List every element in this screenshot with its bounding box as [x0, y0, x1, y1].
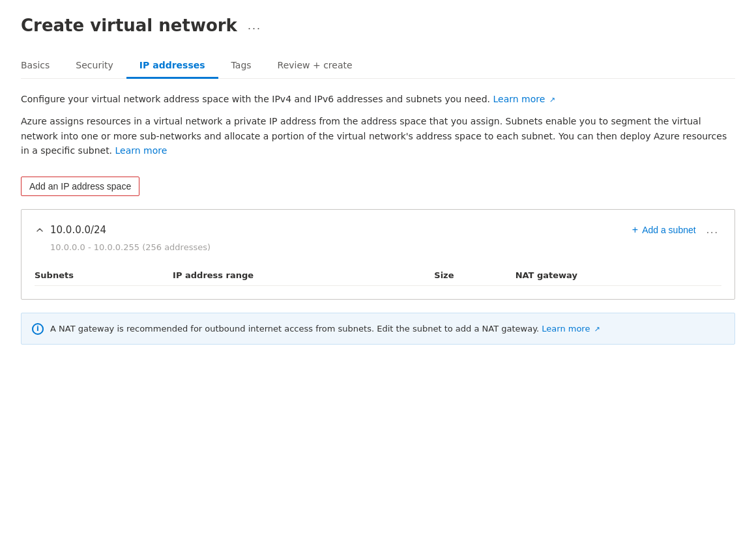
ip-space-header: 10.0.0.0/24 + Add a subnet ... — [35, 223, 721, 237]
ip-space-container: 10.0.0.0/24 + Add a subnet ... 10.0.0.0 … — [21, 209, 735, 300]
info-learn-more-link[interactable]: Learn more ↗ — [542, 324, 600, 334]
plus-icon: + — [632, 224, 638, 236]
add-subnet-button[interactable]: + Add a subnet — [632, 224, 696, 236]
col-header-ip-range: IP address range — [173, 265, 434, 286]
ip-space-actions: + Add a subnet ... — [632, 223, 721, 237]
tabs-nav: Basics Security IP addresses Tags Review… — [21, 53, 735, 79]
col-header-size: Size — [434, 265, 515, 286]
add-subnet-label: Add a subnet — [642, 225, 696, 235]
description-1: Configure your virtual network address s… — [21, 92, 735, 106]
add-ip-address-space-button[interactable]: Add an IP address space — [21, 177, 139, 196]
more-options-button[interactable]: ... — [244, 18, 265, 34]
tab-review-create[interactable]: Review + create — [265, 53, 366, 79]
tab-security[interactable]: Security — [63, 53, 126, 79]
external-link-icon-2: ↗ — [594, 324, 600, 335]
tab-tags[interactable]: Tags — [218, 53, 265, 79]
tab-ip-addresses[interactable]: IP addresses — [126, 53, 218, 79]
ip-space-more-options-button[interactable]: ... — [704, 223, 721, 237]
external-link-icon-1: ↗ — [549, 94, 555, 106]
learn-more-link-2[interactable]: Learn more — [115, 145, 167, 156]
ip-space-title-row: 10.0.0.0/24 — [35, 224, 106, 236]
page-title: Create virtual network — [21, 16, 237, 35]
ip-cidr: 10.0.0.0/24 — [50, 224, 106, 236]
collapse-icon[interactable] — [35, 225, 45, 235]
subnets-table: Subnets IP address range Size NAT gatewa… — [35, 265, 721, 286]
ip-address-range: 10.0.0.0 - 10.0.0.255 (256 addresses) — [35, 242, 721, 252]
info-icon: i — [32, 323, 44, 335]
tab-basics[interactable]: Basics — [21, 53, 63, 79]
info-banner-text: A NAT gateway is recommended for outboun… — [50, 322, 600, 335]
col-header-subnets: Subnets — [35, 265, 173, 286]
info-banner: i A NAT gateway is recommended for outbo… — [21, 313, 735, 345]
description-2: Azure assigns resources in a virtual net… — [21, 114, 735, 158]
learn-more-link-1[interactable]: Learn more ↗ — [493, 94, 556, 104]
col-header-nat-gateway: NAT gateway — [516, 265, 721, 286]
